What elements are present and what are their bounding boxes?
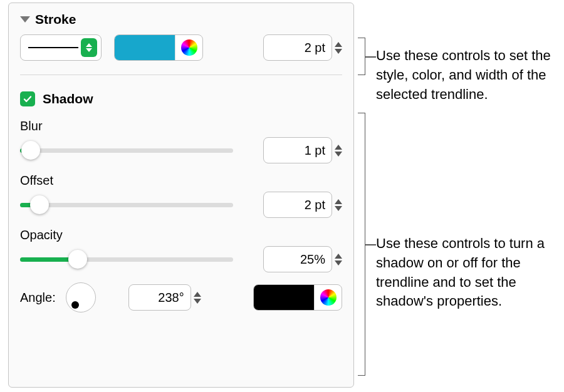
stepper-arrows-icon (194, 292, 201, 304)
stepper-down-icon[interactable] (335, 152, 342, 157)
disclosure-down-icon (20, 16, 30, 23)
angle-stepper[interactable]: 238° (128, 284, 201, 311)
angle-input[interactable]: 238° (128, 284, 191, 311)
color-wheel-icon (320, 289, 337, 306)
stroke-controls-row: 2 pt (20, 34, 342, 61)
shadow-checkbox[interactable] (20, 91, 35, 106)
stepper-down-icon[interactable] (194, 299, 201, 304)
stroke-style-popup[interactable] (20, 34, 102, 61)
checkmark-icon (23, 94, 33, 104)
opacity-slider[interactable] (20, 247, 233, 272)
stepper-arrows-icon (335, 42, 342, 54)
blur-group: Blur 1 pt (20, 119, 342, 163)
stepper-down-icon[interactable] (335, 206, 342, 211)
annotation-stroke: Use these controls to set the style, col… (376, 46, 555, 104)
stroke-color-well[interactable] (114, 34, 203, 61)
offset-stepper[interactable]: 2 pt (263, 192, 342, 218)
stepper-up-icon[interactable] (335, 254, 342, 259)
angle-dot-icon (71, 301, 79, 309)
opacity-slider-thumb[interactable] (68, 250, 87, 269)
stepper-arrows-icon (335, 254, 342, 266)
stepper-up-icon[interactable] (335, 199, 342, 204)
opacity-group: Opacity 25% (20, 228, 342, 272)
annotation-bracket-shadow (358, 113, 365, 376)
stepper-down-icon[interactable] (335, 49, 342, 54)
offset-slider-thumb[interactable] (30, 195, 49, 214)
offset-input[interactable]: 2 pt (263, 192, 332, 218)
blur-input[interactable]: 1 pt (263, 137, 332, 163)
color-wheel-button[interactable] (314, 285, 342, 310)
offset-label: Offset (20, 173, 342, 188)
stroke-title: Stroke (35, 12, 76, 27)
annotation-bracket-stroke (358, 38, 365, 75)
opacity-stepper[interactable]: 25% (263, 246, 342, 272)
popup-arrows-icon (81, 38, 97, 57)
stepper-up-icon[interactable] (335, 42, 342, 47)
stroke-width-stepper[interactable]: 2 pt (263, 34, 342, 61)
shadow-checkbox-row[interactable]: Shadow (20, 91, 342, 106)
stroke-width-input[interactable]: 2 pt (263, 34, 332, 61)
angle-dial[interactable] (66, 282, 96, 312)
angle-label: Angle: (20, 291, 56, 305)
color-wheel-button[interactable] (175, 35, 202, 60)
shadow-color-swatch[interactable] (254, 285, 314, 310)
stroke-header[interactable]: Stroke (20, 12, 342, 27)
stepper-arrows-icon (335, 199, 342, 211)
angle-row: Angle: 238° (20, 282, 342, 312)
stepper-down-icon[interactable] (335, 260, 342, 266)
divider (20, 75, 342, 75)
annotation-shadow: Use these controls to turn a shadow on o… (376, 234, 555, 311)
line-style-sample-icon (28, 47, 78, 49)
format-panel: Stroke 2 pt Shadow (8, 3, 354, 388)
offset-slider[interactable] (20, 192, 233, 217)
opacity-label: Opacity (20, 228, 342, 242)
blur-label: Blur (20, 119, 342, 133)
offset-group: Offset 2 pt (20, 173, 342, 218)
opacity-input[interactable]: 25% (263, 246, 332, 272)
stepper-up-icon[interactable] (335, 145, 342, 150)
shadow-color-well[interactable] (253, 284, 342, 311)
blur-slider[interactable] (20, 138, 233, 163)
shadow-title: Shadow (43, 91, 93, 106)
blur-slider-thumb[interactable] (21, 141, 40, 160)
stroke-color-swatch[interactable] (115, 35, 175, 60)
stepper-up-icon[interactable] (194, 292, 201, 297)
opacity-slider-fill (20, 257, 73, 262)
blur-stepper[interactable]: 1 pt (263, 137, 342, 163)
stepper-arrows-icon (335, 145, 342, 157)
color-wheel-icon (181, 39, 197, 56)
